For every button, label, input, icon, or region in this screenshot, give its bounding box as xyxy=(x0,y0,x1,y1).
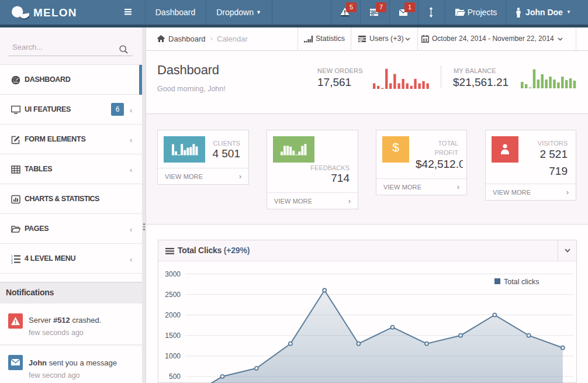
svg-text:1500: 1500 xyxy=(165,332,181,340)
svg-text:2500: 2500 xyxy=(165,291,181,299)
svg-text:3: 3 xyxy=(11,261,13,264)
svg-text:Total clicks: Total clicks xyxy=(504,278,539,286)
svg-text:3000: 3000 xyxy=(165,270,181,278)
svg-text:500: 500 xyxy=(169,372,181,381)
svg-text:2000: 2000 xyxy=(165,311,181,319)
svg-text:1000: 1000 xyxy=(165,352,181,360)
